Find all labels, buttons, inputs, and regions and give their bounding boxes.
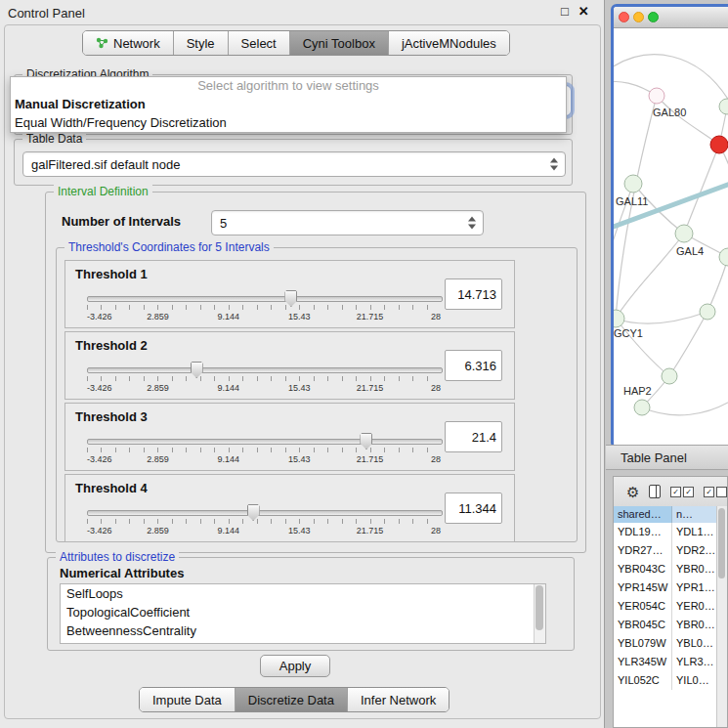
list-scrollbar[interactable]: [534, 584, 545, 643]
tab-label: Style: [187, 36, 215, 51]
attributes-group-title: Attributes to discretize: [56, 550, 179, 564]
table-row[interactable]: YBL079WYBL0…: [614, 634, 717, 653]
slider-ticks: [87, 519, 441, 524]
table-panel-title: Table Panel: [621, 450, 687, 465]
control-panel: Control Panel □ ✕ NetworkStyleSelectCyni…: [0, 0, 605, 728]
tab-network[interactable]: Network: [83, 31, 173, 55]
tab-select[interactable]: Select: [228, 31, 289, 55]
list-scrollbar-thumb[interactable]: [535, 585, 543, 630]
network-node-gcy1[interactable]: [614, 310, 624, 327]
threshold-value-field[interactable]: [445, 350, 502, 381]
slider-track[interactable]: [87, 296, 443, 302]
network-node-gal4[interactable]: [675, 225, 693, 242]
table-cell: YBL079W: [614, 634, 672, 653]
attributes-group: Attributes to discretize Numerical Attri…: [47, 557, 575, 651]
table-row[interactable]: YDL19…YDL1…: [614, 523, 717, 541]
slider-track[interactable]: [87, 367, 443, 373]
combo-arrows-icon[interactable]: [550, 158, 559, 171]
tick-label: 21.715: [357, 383, 384, 393]
table-data-group-title: Table Data: [22, 132, 86, 146]
select-some-icon[interactable]: [704, 487, 727, 497]
table-row[interactable]: YLR345WYLR3…: [614, 653, 717, 671]
close-panel-icon[interactable]: ✕: [578, 4, 589, 19]
table-cell: YER0…: [672, 597, 717, 616]
table-data-select[interactable]: galFiltered.sif default node: [22, 151, 566, 177]
node-table: ⚙ shared…n… YDL19…YDL1…YDR27…YDR2…YBR043…: [613, 476, 728, 728]
table-row[interactable]: YBR043CYBR0…: [614, 560, 717, 578]
slider-tick-labels: -3.4262.8599.14415.4321.71528: [87, 312, 441, 322]
tick-label: 9.144: [218, 454, 240, 464]
threshold-slider[interactable]: -3.4262.8599.14415.4321.71528: [87, 362, 441, 395]
node-label: GAL4: [676, 245, 704, 257]
minimize-traffic-light-icon[interactable]: [633, 12, 644, 22]
threshold-box: Threshold 1 -3.4262.8599.14415.4321.7152…: [64, 260, 515, 328]
threshold-value-field[interactable]: [445, 492, 502, 524]
network-canvas[interactable]: GAL80GAL11GAL4GCY1HAP2: [614, 28, 728, 446]
close-traffic-light-icon[interactable]: [619, 12, 629, 22]
slider-tick-labels: -3.4262.8599.14415.4321.71528: [87, 454, 441, 465]
attribute-item-topologicalcoefficient[interactable]: TopologicalCoefficient: [61, 603, 545, 621]
network-node[interactable]: [662, 368, 677, 384]
tab-cyni-toolbox[interactable]: Cyni Toolbox: [289, 31, 388, 55]
slider-track[interactable]: [87, 510, 443, 516]
threshold-slider[interactable]: -3.4262.8599.14415.4321.71528: [87, 433, 441, 466]
table-row[interactable]: YBR045CYBR0…: [614, 616, 717, 634]
threshold-value-field[interactable]: [445, 421, 502, 452]
tab-style[interactable]: Style: [173, 31, 228, 55]
numerical-attributes-label: Numerical Attributes: [60, 566, 184, 580]
network-icon: [96, 37, 108, 49]
table-row[interactable]: YDR27…YDR2…: [614, 541, 717, 560]
node-label: GAL11: [616, 195, 648, 207]
table-column-header[interactable]: shared…: [614, 506, 672, 523]
table-scrollbar-thumb[interactable]: [718, 508, 725, 578]
threshold-value-field[interactable]: [445, 278, 502, 310]
top-tabbar: NetworkStyleSelectCyni ToolboxjActiveMNo…: [82, 30, 510, 56]
table-row[interactable]: YPR145WYPR1…: [614, 578, 717, 597]
numerical-attributes-list: SelfLoopsTopologicalCoefficientBetweenne…: [60, 583, 546, 644]
table-row[interactable]: YER054CYER0…: [614, 597, 717, 616]
threshold-list: Threshold 1 -3.4262.8599.14415.4321.7152…: [64, 260, 515, 545]
table-cell: YIL052C: [614, 671, 672, 690]
slider-track[interactable]: [87, 439, 443, 445]
checkbox-icon: [716, 487, 727, 497]
tick-label: 28: [431, 454, 441, 464]
tab-label: Network: [113, 36, 160, 51]
network-node-gal11[interactable]: [624, 175, 642, 193]
columns-icon[interactable]: [649, 485, 661, 498]
tab-label: Discretize Data: [248, 693, 334, 707]
attribute-item-selfloops[interactable]: SelfLoops: [61, 584, 545, 603]
attribute-item-betweennesscentrality[interactable]: BetweennessCentrality: [61, 621, 545, 640]
bottom-tab-infer-network[interactable]: Infer Network: [347, 688, 449, 711]
network-node-hap2[interactable]: [634, 400, 650, 415]
algorithm-option-equal-width-frequency-discretization[interactable]: Equal Width/Frequency Discretization: [11, 113, 566, 132]
gear-icon[interactable]: ⚙: [626, 485, 639, 499]
network-node[interactable]: [719, 248, 728, 266]
apply-button[interactable]: Apply: [260, 655, 330, 677]
network-edge: [616, 312, 707, 323]
network-node-gal80[interactable]: [649, 88, 664, 104]
number-of-intervals-select[interactable]: 5: [211, 210, 484, 236]
network-node[interactable]: [710, 136, 728, 153]
bottom-tab-impute-data[interactable]: Impute Data: [140, 688, 235, 711]
tick-label: 15.43: [288, 526, 311, 535]
table-column-header[interactable]: n…: [672, 506, 717, 523]
network-node[interactable]: [700, 304, 715, 320]
table-data-group: Table Data galFiltered.sif default node: [14, 139, 573, 186]
algorithm-option-manual-discretization[interactable]: Manual Discretization: [11, 95, 566, 113]
slider-ticks: [87, 376, 441, 381]
threshold-slider[interactable]: -3.4262.8599.14415.4321.71528: [87, 504, 441, 537]
float-panel-icon[interactable]: □: [561, 4, 569, 19]
algorithm-popup-options: Manual DiscretizationEqual Width/Frequen…: [11, 95, 566, 132]
select-all-icon[interactable]: [670, 487, 694, 497]
table-scrollbar[interactable]: [716, 506, 727, 727]
combo-arrows-icon[interactable]: [468, 217, 477, 230]
tab-label: Impute Data: [152, 693, 222, 707]
bottom-tab-discretize-data[interactable]: Discretize Data: [235, 688, 347, 711]
node-label: HAP2: [623, 385, 652, 397]
tab-jactivemnodules[interactable]: jActiveMNodules: [388, 31, 509, 55]
network-node[interactable]: [719, 99, 728, 114]
threshold-slider[interactable]: -3.4262.8599.14415.4321.71528: [87, 290, 441, 323]
table-row[interactable]: YIL052CYIL0…: [614, 671, 717, 690]
tick-label: 21.715: [357, 526, 384, 535]
zoom-traffic-light-icon[interactable]: [648, 12, 659, 22]
